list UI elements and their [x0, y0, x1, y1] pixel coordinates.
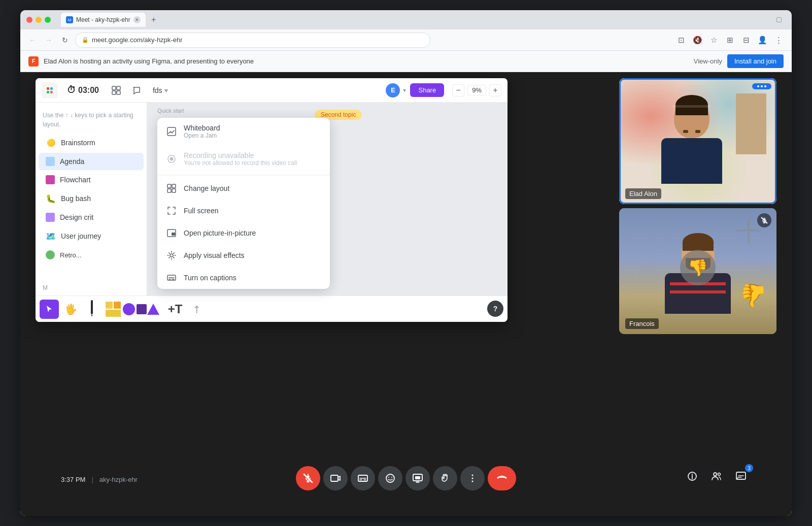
pencil-tool-button[interactable] [82, 300, 101, 319]
effects-icon [166, 250, 177, 260]
reaction-overlay: 👎 [680, 250, 716, 285]
video-options-button[interactable] [752, 83, 771, 89]
mute-site-icon[interactable]: 🔇 [690, 33, 704, 47]
mute-button[interactable] [296, 466, 320, 490]
whiteboard-label: Whiteboard [184, 124, 220, 132]
menu-item-captions[interactable]: Turn on captions [157, 267, 330, 289]
text-icon: +T [168, 303, 183, 315]
help-button[interactable]: ? [487, 301, 503, 317]
hand-tool-button[interactable]: 🖐️ [61, 300, 80, 319]
userjourney-label: User journey [61, 232, 101, 240]
svg-rect-15 [172, 184, 176, 188]
sticky-note-button[interactable] [104, 300, 123, 319]
arrow-tool-button[interactable]: ↗ [187, 300, 206, 319]
template-item-retrospective[interactable]: Retro... [39, 246, 144, 264]
fullscreen-label: Full screen [184, 207, 218, 215]
svg-point-20 [170, 254, 173, 257]
menu-icon[interactable]: ⋮ [771, 33, 786, 47]
lock-icon: 🔒 [82, 37, 89, 43]
more-options-button[interactable] [460, 466, 485, 490]
retrospective-icon [46, 250, 55, 259]
present-button[interactable] [405, 466, 430, 490]
window-control-1[interactable] [776, 17, 782, 22]
active-tab[interactable]: M Meet - aky-hzpk-ehr ✕ [61, 13, 146, 27]
meeting-id: aky-hzpk-ehr [99, 476, 138, 483]
svg-point-35 [714, 473, 717, 476]
profile-icon[interactable]: 👤 [755, 33, 769, 47]
canvas-label: Quick start [157, 108, 184, 114]
menu-item-whiteboard[interactable]: Whiteboard Open a Jam [157, 118, 330, 145]
menu-item-change-layout[interactable]: Change layout [157, 177, 330, 200]
template-item-bugbash[interactable]: 🐛 Bug bash [39, 189, 144, 208]
recording-label: Recording unavailable [184, 151, 297, 159]
svg-rect-16 [167, 189, 171, 192]
mute-indicator-francois [757, 213, 771, 227]
extensions-icon[interactable]: ⊞ [723, 33, 737, 47]
menu-item-pip[interactable]: Open picture-in-picture [157, 222, 330, 244]
pip-icon [166, 228, 177, 238]
panel-footer: M [36, 280, 147, 295]
zoom-value[interactable]: 9% [467, 85, 486, 95]
change-layout-label: Change layout [184, 184, 229, 192]
retrospective-label: Retro... [60, 251, 82, 259]
template-item-agenda[interactable]: Agenda [39, 153, 144, 170]
screen-capture-icon[interactable]: ⊡ [674, 33, 688, 47]
video-sidebar: Elad Alon [619, 78, 776, 334]
video-name-francois: Francois [625, 318, 659, 329]
view-toggle-button[interactable] [108, 82, 124, 98]
menu-item-fullscreen[interactable]: Full screen [157, 200, 330, 222]
captions-button[interactable] [351, 466, 375, 490]
template-item-userjourney[interactable]: 🗺️ User journey [39, 227, 144, 245]
raise-hand-button[interactable] [433, 466, 457, 490]
template-item-brainstorm[interactable]: 🟡 Brainstorm [39, 134, 144, 152]
minimize-button[interactable] [36, 17, 42, 23]
template-item-designcrit[interactable]: Design crit [39, 209, 144, 226]
user-avatar[interactable]: E [386, 83, 400, 97]
forward-button[interactable]: → [43, 34, 55, 46]
address-bar[interactable]: 🔒 meet.google.com/aky-hzpk-ehr [75, 32, 430, 48]
dot-menu-elad[interactable] [752, 83, 771, 89]
new-tab-button[interactable]: + [148, 14, 160, 26]
notification-text: Elad Alon is hosting an activity using F… [44, 57, 689, 65]
zoom-out-button[interactable]: − [452, 84, 464, 96]
traffic-lights [26, 17, 51, 23]
chat-button[interactable]: 3 [731, 466, 751, 486]
svg-rect-6 [112, 91, 116, 94]
figma-file-name[interactable]: fds ▾ [153, 86, 168, 94]
react-button[interactable] [378, 466, 402, 490]
bottom-right-controls: 3 [682, 466, 751, 486]
bookmark-icon[interactable]: ☆ [706, 33, 721, 47]
time-display: 3:37 PM [61, 476, 85, 483]
svg-point-26 [386, 474, 394, 482]
cursor-tool-button[interactable] [40, 300, 59, 319]
svg-point-32 [472, 478, 473, 479]
back-button[interactable]: ← [26, 34, 39, 46]
end-call-button[interactable] [488, 466, 516, 490]
browser-actions: ⊡ 🔇 ☆ ⊞ ⊟ 👤 ⋮ [674, 33, 786, 47]
tab-close-icon[interactable]: ✕ [133, 16, 141, 23]
triangle-button[interactable] [147, 304, 159, 315]
menu-item-effects[interactable]: Apply visual effects [157, 244, 330, 267]
whiteboard-sublabel: Open a Jam [184, 132, 220, 139]
participants-button[interactable] [706, 466, 727, 486]
close-button[interactable] [26, 17, 32, 23]
share-button[interactable]: Share [410, 83, 444, 97]
refresh-button[interactable]: ↻ [59, 34, 71, 46]
address-bar-row: ← → ↻ 🔒 meet.google.com/aky-hzpk-ehr ⊡ 🔇… [20, 29, 792, 51]
zoom-in-button[interactable]: + [489, 84, 501, 96]
side-panel-icon[interactable]: ⊟ [739, 33, 753, 47]
user-dropdown-arrow[interactable]: ▾ [403, 87, 406, 94]
view-only-label: View-only [694, 57, 722, 65]
bugbash-icon: 🐛 [46, 193, 56, 204]
figma-menu-button[interactable] [42, 82, 58, 98]
shapes-button[interactable] [125, 300, 144, 319]
figma-left-panel: Use the ↑ ↓ keys to pick a starting layo… [36, 103, 147, 295]
video-panel-elad: Elad Alon [619, 78, 776, 204]
install-and-join-button[interactable]: Install and join [727, 54, 784, 68]
maximize-button[interactable] [45, 17, 51, 23]
text-tool-button[interactable]: +T [165, 300, 185, 319]
meeting-info-button[interactable] [682, 466, 702, 486]
template-item-flowchart[interactable]: Flowchart [39, 171, 144, 188]
comment-button[interactable] [128, 82, 145, 98]
camera-button[interactable] [323, 466, 348, 490]
